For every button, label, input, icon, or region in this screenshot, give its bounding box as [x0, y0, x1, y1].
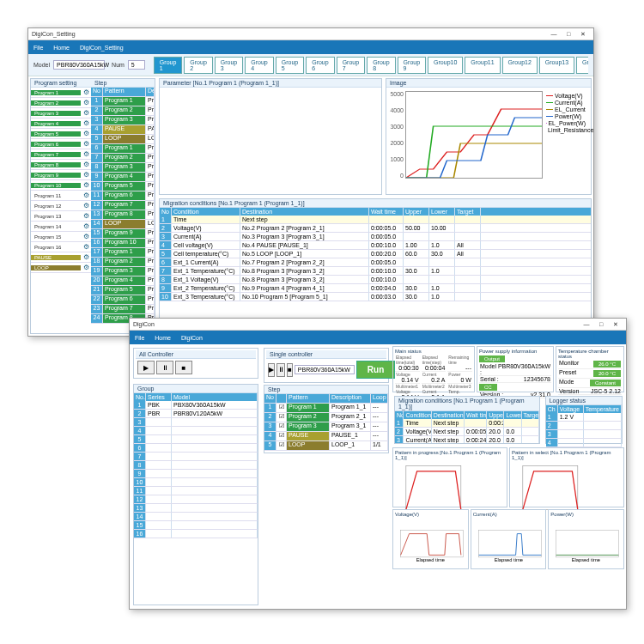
pause-button[interactable]: ⏸	[276, 363, 285, 377]
step-row[interactable]: 20Program 4Program 4_2	[91, 276, 155, 286]
migration-row[interactable]: 3Current(A)No.3 Program 3 [Program 3_1]0…	[160, 233, 591, 241]
menu-digicon-setting[interactable]: DigiCon_Setting	[80, 45, 124, 51]
migration-row[interactable]: 6Ext_1 Current(A)No.7 Program 2 [Program…	[160, 258, 591, 267]
group-tab[interactable]: Group 3	[215, 57, 243, 74]
gear-icon[interactable]: ⚙	[81, 233, 91, 240]
program-row[interactable]: Program 1⚙	[31, 88, 91, 98]
step-row[interactable]: 10Program 5Program 5_1	[91, 182, 155, 191]
step-row[interactable]: 3☑Program 3Program 3_1---	[264, 422, 388, 432]
step-row[interactable]: 1☑Program 1Program 1_1---	[264, 404, 388, 413]
num-field[interactable]: 5	[128, 60, 145, 70]
gear-icon[interactable]: ⚙	[81, 212, 91, 220]
group-tab[interactable]: Group 7	[337, 57, 365, 74]
step-row[interactable]: 17Program 1Program 1_3	[91, 248, 155, 258]
gear-icon[interactable]: ⚙	[81, 222, 91, 230]
close-button[interactable]: ✕	[576, 29, 590, 39]
minimize-button[interactable]: —	[580, 319, 593, 330]
gear-icon[interactable]: ⚙	[81, 119, 91, 127]
group-tab[interactable]: Group 9	[398, 57, 426, 74]
program-row[interactable]: LOOP⚙	[31, 263, 91, 273]
step-row[interactable]: 5LOOPLOOP_1	[91, 135, 155, 144]
step-row[interactable]: 3Program 3Program 3_1	[91, 116, 155, 125]
step-row[interactable]: 6Program 1Program 1_2	[91, 144, 155, 154]
migration-row[interactable]: 1TimeNext step0:00:20.0	[395, 419, 539, 428]
step-row[interactable]: 23Program 7Program 7_2	[91, 305, 155, 314]
migration-row[interactable]: 8Ext_1 Voltage(V)No.8 Program 3 [Program…	[160, 276, 591, 284]
migration-row[interactable]: 1TimeNext step	[160, 216, 591, 224]
step-row[interactable]: 15Program 9Program 9_1	[91, 229, 155, 239]
minimize-button[interactable]: —	[547, 29, 561, 39]
group-tab[interactable]: Group 4	[245, 57, 273, 74]
gear-icon[interactable]: ⚙	[81, 191, 91, 199]
program-row[interactable]: Program 11⚙	[31, 191, 91, 201]
step-row[interactable]: 19Program 3Program 3_3	[91, 267, 155, 276]
step-row[interactable]: 4☑PAUSEPAUSE_1---	[264, 432, 388, 441]
step-row[interactable]: 2Program 2Program 2_1	[91, 106, 155, 116]
gear-icon[interactable]: ⚙	[81, 99, 91, 106]
model-field[interactable]: PBR80V360A15kW	[53, 60, 105, 70]
migration-row[interactable]: 5Cell temperature(°C)No.5 LOOP [LOOP_1]0…	[160, 250, 591, 258]
step-row[interactable]: 1Program 1Program 1_1	[91, 97, 155, 106]
gear-icon[interactable]: ⚙	[81, 264, 91, 271]
group-tab[interactable]: Group14	[576, 57, 588, 74]
migration-row[interactable]: 2Voltage(V)No.2 Program 2 [Program 2_1]0…	[160, 224, 591, 233]
group-row[interactable]: 2PBRPBR80V120A5kW	[134, 410, 258, 418]
step-row[interactable]: 11Program 6Program 6_1	[91, 191, 155, 201]
group-tab[interactable]: Group 5	[276, 57, 304, 74]
menu-file[interactable]: File	[33, 45, 43, 51]
maximize-button[interactable]: □	[562, 29, 575, 39]
close-button[interactable]: ✕	[609, 319, 623, 330]
program-row[interactable]: Program 12⚙	[31, 201, 91, 211]
group-tab[interactable]: Group 8	[367, 57, 395, 74]
gear-icon[interactable]: ⚙	[81, 140, 91, 148]
program-row[interactable]: Program 10⚙	[31, 180, 91, 191]
step-row[interactable]: 21Program 5Program 5_2	[91, 286, 155, 295]
program-row[interactable]: Program 16⚙	[31, 242, 91, 252]
program-row[interactable]: Program 5⚙	[31, 129, 91, 139]
step-row[interactable]: 16Program 10Program 10_1	[91, 239, 155, 248]
migration-row[interactable]: 3Current(A)Next step0:00:24.020.00.0	[395, 436, 539, 444]
menu-home[interactable]: Home	[155, 335, 171, 341]
step-row[interactable]: 5☑LOOPLOOP_11/1	[264, 441, 388, 451]
group-row[interactable]: 1PBKPBX80V360A15kW	[134, 401, 258, 410]
menu-digicon[interactable]: DigiCon	[181, 335, 203, 341]
gear-icon[interactable]: ⚙	[81, 243, 91, 251]
group-tab[interactable]: Group12	[502, 57, 538, 74]
step-row[interactable]: 7Program 2Program 2_2	[91, 154, 155, 163]
program-row[interactable]: Program 13⚙	[31, 211, 91, 222]
program-row[interactable]: Program 6⚙	[31, 139, 91, 149]
menu-file[interactable]: File	[135, 335, 144, 341]
program-row[interactable]: Program 14⚙	[31, 222, 91, 232]
step-row[interactable]: 12Program 7Program 7_1	[91, 201, 155, 210]
program-row[interactable]: Program 4⚙	[31, 118, 91, 129]
program-row[interactable]: Program 7⚙	[31, 149, 91, 160]
group-tab[interactable]: Group11	[465, 57, 500, 74]
maximize-button[interactable]: □	[594, 319, 608, 330]
play-button[interactable]: ▶	[137, 361, 155, 374]
migration-row[interactable]: 4Cell voltage(V)No.4 PAUSE [PAUSE_1]0:00…	[160, 241, 591, 250]
step-row[interactable]: 22Program 6Program 6_2	[91, 295, 155, 305]
step-row[interactable]: 13Program 8Program 8_1	[91, 210, 155, 220]
stop-button[interactable]: ■	[287, 363, 293, 377]
run-button[interactable]: Run	[356, 361, 395, 379]
migration-row[interactable]: 2Voltage(V)Next step0:00:05.020.00.0	[395, 428, 539, 436]
gear-icon[interactable]: ⚙	[81, 253, 91, 261]
gear-icon[interactable]: ⚙	[81, 88, 91, 96]
group-tab[interactable]: Group 6	[306, 57, 334, 74]
gear-icon[interactable]: ⚙	[81, 109, 91, 117]
program-row[interactable]: Program 2⚙	[31, 98, 91, 108]
pause-button[interactable]: ⏸	[156, 361, 173, 374]
program-row[interactable]: Program 9⚙	[31, 170, 91, 180]
gear-icon[interactable]: ⚙	[81, 171, 91, 179]
group-tab[interactable]: Group13	[539, 57, 574, 74]
stop-button[interactable]: ■	[175, 361, 192, 374]
migration-row[interactable]: 10Ext_3 Temperature(°C)No.10 Program 5 […	[160, 293, 591, 301]
play-button[interactable]: ▶	[268, 363, 275, 377]
gear-icon[interactable]: ⚙	[81, 150, 91, 158]
gear-icon[interactable]: ⚙	[81, 202, 91, 210]
group-tab[interactable]: Group10	[428, 57, 463, 74]
step-row[interactable]: 8Program 3Program 3_2	[91, 163, 155, 173]
step-row[interactable]: 4PAUSEPAUSE_1	[91, 125, 155, 135]
migration-row[interactable]: 9Ext_2 Temperature(°C)No.9 Program 4 [Pr…	[160, 284, 591, 293]
group-tab[interactable]: Group 1	[154, 57, 182, 74]
